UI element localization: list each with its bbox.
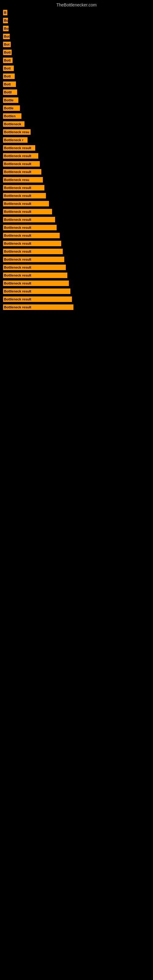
bar-row: Bo	[3, 24, 150, 32]
bar-row: Bottleneck result	[3, 255, 150, 263]
bar-row: Bottl	[3, 88, 150, 96]
bar-row: Bottleneck result	[3, 232, 150, 240]
bar-label: Bottleneck result	[3, 145, 35, 151]
bar-row: Bottleneck result	[3, 184, 150, 192]
bar-label: Bott	[3, 57, 13, 63]
bar-row: Bot	[3, 40, 150, 48]
bar-label: Bottleneck r	[3, 137, 27, 143]
bar-row: Bottleneck result	[3, 240, 150, 247]
bar-label: Bottleneck result	[3, 296, 72, 302]
bar-label: Bottleneck result	[3, 161, 40, 167]
bar-label: Bottl	[3, 89, 17, 95]
bar-row: Bott	[3, 80, 150, 88]
bar-label: Bottleneck result	[3, 265, 66, 270]
bar-row: Bott	[3, 72, 150, 80]
bar-row: Bot	[3, 32, 150, 40]
bar-label: Bot	[3, 41, 11, 47]
bar-label: Bottleneck result	[3, 272, 67, 278]
bar-row: Bottlen	[3, 112, 150, 120]
bar-label: Bottleneck	[3, 121, 24, 127]
bar-row: Bottleneck result	[3, 192, 150, 200]
bar-label: Bottle	[3, 97, 18, 103]
bar-row: Bott	[3, 64, 150, 72]
bar-row: Bottleneck result	[3, 271, 150, 279]
bar-label: Bottleneck result	[3, 304, 73, 310]
bar-label: Bo	[3, 18, 8, 23]
bar-label: Bottleneck resu	[3, 177, 43, 183]
bar-row: Bottle	[3, 104, 150, 112]
bar-label: Bottleneck result	[3, 217, 55, 222]
bar-label: Bottleneck result	[3, 241, 61, 246]
bar-row: Bottle	[3, 96, 150, 104]
bar-label: Bottleneck result	[3, 249, 63, 254]
bar-row: Bottleneck result	[3, 287, 150, 295]
bar-label: Bot	[3, 34, 10, 39]
bar-row: Bott	[3, 48, 150, 56]
bar-label: Bott	[3, 49, 12, 55]
bar-label: Bottleneck result	[3, 201, 49, 207]
bar-row: Bottleneck	[3, 120, 150, 128]
bar-row: Bottleneck result	[3, 160, 150, 168]
bar-row: Bottleneck result	[3, 263, 150, 271]
site-title: TheBottlenecker.com	[0, 0, 153, 9]
bar-label: Bottleneck result	[3, 280, 69, 286]
bar-label: Bottleneck result	[3, 257, 64, 262]
bar-label: Bottleneck result	[3, 288, 70, 294]
bar-label: Bottleneck result	[3, 209, 52, 215]
bar-row: Bottleneck result	[3, 200, 150, 208]
bar-row: Bottleneck result	[3, 224, 150, 232]
bar-row: Bottleneck resu	[3, 128, 150, 136]
bar-label: B	[3, 10, 7, 15]
bar-row: Bottleneck result	[3, 208, 150, 216]
bar-label: Bottleneck resu	[3, 129, 30, 135]
bar-row: Bottleneck result	[3, 247, 150, 255]
chart-area: BBoBoBotBotBottBottBottBottBottBottlBott…	[0, 9, 153, 311]
bar-row: Bott	[3, 56, 150, 64]
bar-row: Bottleneck result	[3, 279, 150, 287]
bar-label: Bottleneck result	[3, 185, 45, 191]
bar-label: Bottleneck result	[3, 169, 41, 175]
bar-label: Bottleneck result	[3, 193, 46, 199]
bar-row: B	[3, 9, 150, 16]
bar-row: Bottleneck resu	[3, 176, 150, 184]
bar-row: Bottleneck result	[3, 168, 150, 176]
bar-row: Bottleneck result	[3, 303, 150, 311]
bar-row: Bottleneck r	[3, 136, 150, 144]
bar-label: Bott	[3, 81, 16, 87]
bar-label: Bottleneck result	[3, 153, 38, 159]
bar-row: Bottleneck result	[3, 295, 150, 303]
bar-row: Bottleneck result	[3, 152, 150, 160]
bar-label: Bott	[3, 65, 14, 71]
bar-label: Bott	[3, 73, 15, 79]
bar-label: Bottleneck result	[3, 233, 60, 238]
bar-row: Bottleneck result	[3, 144, 150, 152]
bar-label: Bottleneck result	[3, 225, 57, 230]
bar-row: Bottleneck result	[3, 216, 150, 224]
bar-row: Bo	[3, 16, 150, 24]
bar-label: Bottle	[3, 105, 20, 111]
bar-label: Bo	[3, 26, 9, 31]
bar-label: Bottlen	[3, 113, 21, 119]
